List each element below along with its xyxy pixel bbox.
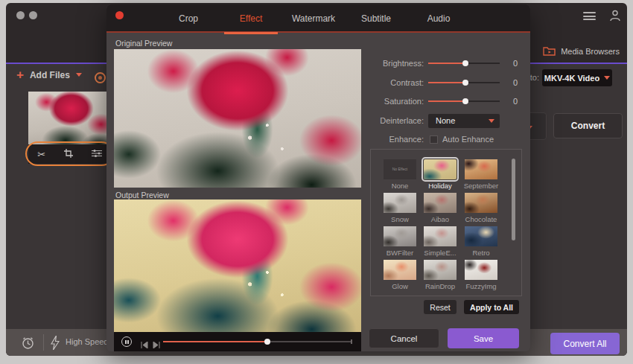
filter-aibao-thumb[interactable] (424, 193, 457, 213)
dialog-tabs: Crop Effect Watermark Subtitle Audio (157, 4, 470, 33)
step-forward-icon[interactable] (153, 338, 160, 351)
chevron-down-icon (489, 119, 494, 123)
filter-retro[interactable]: Retro (461, 226, 501, 257)
apply-to-all-button[interactable]: Apply to All (464, 300, 519, 314)
filter-glow[interactable]: Glow (380, 260, 420, 290)
media-browsers-label: Media Browsers (561, 47, 620, 56)
saturation-row: Saturation: 0 (369, 95, 525, 107)
progress-end-tick (351, 339, 352, 344)
contrast-handle[interactable] (462, 80, 468, 86)
contrast-row: Contrast: 0 (369, 77, 525, 89)
pause-button[interactable] (121, 336, 132, 347)
deinterlace-value: None (436, 116, 455, 125)
step-back-icon[interactable] (141, 338, 148, 351)
deinterlace-select[interactable]: None (428, 114, 500, 128)
effect-dialog: Crop Effect Watermark Subtitle Audio Ori… (106, 4, 530, 351)
filter-fuzzyimg-thumb[interactable] (465, 260, 497, 280)
filter-september-thumb[interactable] (465, 159, 497, 179)
filter-none-thumb[interactable]: No Effect (384, 159, 416, 179)
deinterlace-row: Deinterlace: None (369, 113, 525, 128)
auto-enhance-checkbox[interactable] (430, 135, 438, 144)
desktop: Media Browsers + Add Files ks to: MKV-4K… (0, 0, 633, 364)
divider (43, 334, 44, 351)
playback-progress-bar[interactable] (163, 341, 352, 342)
convert-all-button[interactable]: Convert All (550, 333, 620, 354)
output-format-value: MKV-4K Video (544, 74, 599, 83)
add-files-button[interactable]: + Add Files (16, 68, 82, 81)
filter-holiday[interactable]: Holiday (420, 159, 460, 190)
tab-watermark[interactable]: Watermark (282, 4, 345, 33)
dialog-header: Crop Effect Watermark Subtitle Audio (106, 4, 530, 33)
saturation-slider[interactable] (428, 100, 500, 102)
enhance-label: Enhance: (369, 135, 424, 144)
filter-simplee[interactable]: SimpleE... (420, 226, 460, 257)
tab-audio[interactable]: Audio (407, 4, 470, 33)
filter-aibao[interactable]: Aibao (420, 193, 460, 223)
brightness-handle[interactable] (462, 60, 468, 66)
convert-button[interactable]: Convert (553, 113, 623, 138)
saturation-label: Saturation: (369, 97, 424, 106)
chevron-down-icon (604, 76, 610, 80)
menu-icon[interactable] (583, 12, 596, 20)
auto-enhance-checkbox-label: Auto Enhance (442, 135, 494, 144)
crop-icon[interactable] (64, 149, 73, 159)
file-edit-toolbar: ✂ (28, 144, 111, 164)
trim-scissors-icon[interactable]: ✂ (37, 150, 45, 159)
filter-september[interactable]: September (461, 159, 501, 190)
filter-actions-row: Reset Apply to All (424, 300, 519, 314)
filter-chocolate[interactable]: Chocolate (461, 193, 501, 223)
original-preview-label: Original Preview (115, 39, 172, 48)
media-browser-icon (543, 45, 556, 57)
brightness-slider[interactable] (428, 63, 500, 64)
tab-subtitle[interactable]: Subtitle (345, 4, 407, 33)
player-bar (114, 332, 361, 351)
brightness-label: Brightness: (369, 59, 424, 68)
dialog-close-button[interactable] (115, 11, 124, 19)
cancel-button[interactable]: Cancel (369, 328, 439, 348)
filter-glow-thumb[interactable] (384, 260, 416, 280)
filters-scrollbar[interactable] (512, 159, 515, 240)
tab-crop[interactable]: Crop (157, 4, 220, 33)
filter-raindrop[interactable]: RainDrop (420, 260, 460, 290)
saturation-value: 0 (500, 97, 518, 106)
filters-panel: No Effect None Holiday September Snow Ai… (370, 149, 522, 296)
media-browsers-button[interactable]: Media Browsers (543, 45, 620, 57)
original-preview-image (114, 49, 361, 188)
contrast-label: Contrast: (369, 78, 424, 87)
plus-icon: + (16, 68, 24, 81)
disc-burn-icon[interactable] (95, 72, 106, 83)
schedule-clock-icon[interactable] (21, 336, 35, 353)
account-icon[interactable] (609, 9, 621, 25)
effects-sliders-icon[interactable] (92, 149, 102, 159)
save-button[interactable]: Save (448, 328, 519, 348)
filter-retro-thumb[interactable] (465, 226, 497, 246)
enhance-row: Enhance: Auto Enhance (369, 134, 525, 144)
filter-bwfilter-thumb[interactable] (384, 226, 416, 246)
filter-none[interactable]: No Effect None (380, 159, 420, 190)
brightness-row: Brightness: 0 (369, 57, 525, 69)
filter-snow[interactable]: Snow (380, 193, 420, 223)
progress-handle[interactable] (264, 339, 270, 345)
filter-raindrop-thumb[interactable] (424, 260, 457, 280)
filter-simplee-thumb[interactable] (424, 226, 457, 246)
filter-snow-thumb[interactable] (384, 193, 416, 213)
output-preview-label: Output Preview (115, 191, 169, 199)
tab-effect[interactable]: Effect (220, 4, 282, 33)
high-speed-bolt-icon[interactable] (51, 336, 60, 353)
output-preview-image (114, 199, 361, 332)
progress-fill (163, 341, 267, 342)
filter-chocolate-thumb[interactable] (465, 193, 497, 213)
video-thumbnail[interactable] (28, 92, 111, 144)
contrast-value: 0 (500, 78, 518, 87)
reset-button[interactable]: Reset (424, 300, 457, 314)
contrast-slider[interactable] (428, 82, 500, 83)
filter-holiday-thumb[interactable] (424, 159, 457, 179)
output-format-select[interactable]: MKV-4K Video (542, 69, 612, 86)
window-control-minimize[interactable] (29, 11, 37, 19)
filter-fuzzyimg[interactable]: FuzzyImg (461, 260, 501, 290)
saturation-handle[interactable] (462, 98, 468, 104)
filter-bwfilter[interactable]: BWFilter (380, 226, 420, 257)
chevron-down-icon[interactable] (76, 73, 82, 77)
deinterlace-label: Deinterlace: (369, 116, 424, 125)
window-control-close[interactable] (16, 11, 25, 19)
